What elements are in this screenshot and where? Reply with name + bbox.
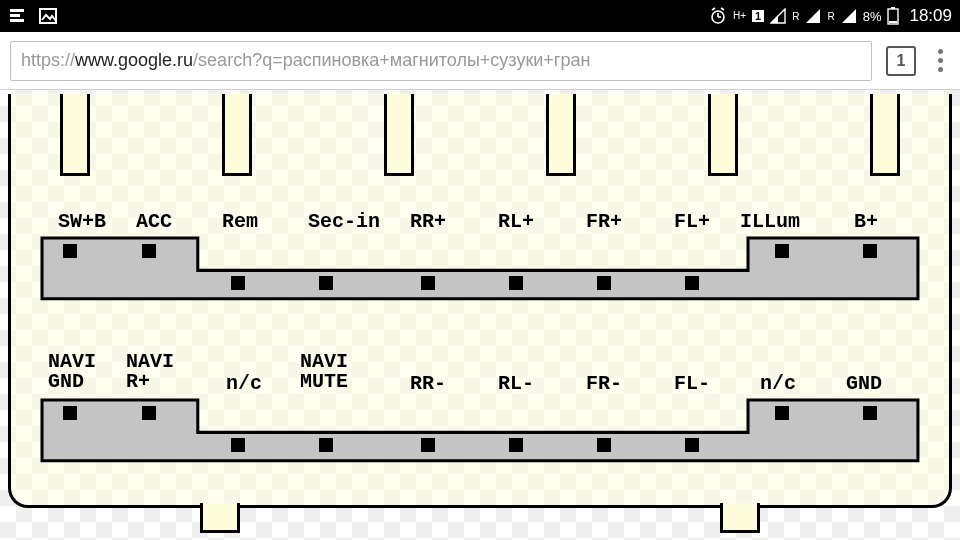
- tab-switcher[interactable]: 1: [886, 46, 916, 76]
- sim2-r: R: [792, 11, 799, 22]
- net-badge: H+: [733, 11, 746, 21]
- pin-contact: [421, 438, 435, 452]
- pin-contact: [863, 244, 877, 258]
- svg-rect-15: [889, 21, 897, 23]
- pin-label: FR-: [586, 374, 622, 394]
- clock: 18:09: [909, 6, 952, 26]
- url-input[interactable]: https://www.google.ru/search?q=распиновк…: [10, 41, 872, 81]
- url-domain: www.google.ru: [75, 50, 193, 71]
- pin-label: NAVI GND: [48, 352, 96, 392]
- pin-label: n/c: [760, 374, 796, 394]
- pin-contact: [775, 244, 789, 258]
- pin-contact: [509, 276, 523, 290]
- sim1-badge: 1: [752, 10, 764, 22]
- url-path: /search?q=распиновка+магнитолы+сузуки+гр…: [193, 50, 590, 71]
- top-key-slots: [60, 94, 900, 178]
- pin-label: FL+: [674, 212, 710, 232]
- tab-count-value: 1: [897, 52, 906, 70]
- pin-contact: [319, 276, 333, 290]
- browser-urlbar: https://www.google.ru/search?q=распиновк…: [0, 32, 960, 90]
- pin-label: n/c: [226, 374, 262, 394]
- pin-contact: [142, 244, 156, 258]
- pin-label: ACC: [136, 212, 172, 232]
- pin-contact: [63, 406, 77, 420]
- pin-label: NAVI MUTE: [300, 352, 348, 392]
- alarm-icon: [709, 7, 727, 25]
- pin-label: GND: [846, 374, 882, 394]
- pin-contact: [863, 406, 877, 420]
- pin-row-top: SW+BACCRemSec-inRR+RL+FR+FL+ILLumB+: [40, 190, 920, 300]
- svg-rect-0: [10, 9, 24, 12]
- pin-label: RL-: [498, 374, 534, 394]
- pin-contact: [231, 438, 245, 452]
- pin-contact: [775, 406, 789, 420]
- android-statusbar: H+ 1 R R 8% 18:09: [0, 0, 960, 32]
- pin-label: Rem: [222, 212, 258, 232]
- svg-rect-14: [891, 7, 895, 9]
- pin-label: FR+: [586, 212, 622, 232]
- pin-label: B+: [854, 212, 878, 232]
- app-icon: [8, 6, 28, 26]
- svg-line-7: [712, 8, 715, 10]
- page-content[interactable]: SW+BACCRemSec-inRR+RL+FR+FL+ILLumB+ NAVI…: [0, 90, 960, 540]
- pin-label: NAVI R+: [126, 352, 174, 392]
- pin-contact: [597, 438, 611, 452]
- pin-label: SW+B: [58, 212, 106, 232]
- pin-label: FL-: [674, 374, 710, 394]
- pin-contact: [685, 276, 699, 290]
- svg-line-8: [721, 8, 724, 10]
- svg-rect-2: [10, 19, 24, 22]
- pin-contact: [685, 438, 699, 452]
- image-icon: [38, 6, 58, 26]
- pin-contact: [231, 276, 245, 290]
- pin-labels-top: SW+BACCRemSec-inRR+RL+FR+FL+ILLumB+: [40, 190, 920, 236]
- battery-pct: 8%: [863, 9, 882, 24]
- url-prefix: https://: [21, 50, 75, 71]
- pin-label: ILLum: [740, 212, 800, 232]
- signal3-icon: [841, 8, 857, 24]
- pin-label: RR+: [410, 212, 446, 232]
- pin-label: RL+: [498, 212, 534, 232]
- svg-marker-11: [806, 9, 820, 23]
- pin-contact: [421, 276, 435, 290]
- pin-contact: [319, 438, 333, 452]
- battery-icon: [887, 7, 899, 25]
- svg-rect-1: [10, 14, 20, 17]
- pin-contact: [509, 438, 523, 452]
- pin-contact: [142, 406, 156, 420]
- signal2-icon: [805, 8, 821, 24]
- pin-label: Sec-in: [308, 212, 380, 232]
- signal1-icon: [770, 8, 786, 24]
- svg-marker-12: [842, 9, 856, 23]
- bottom-key-tabs: [200, 503, 760, 533]
- pin-label: RR-: [410, 374, 446, 394]
- sim3-r: R: [827, 11, 834, 22]
- connector-diagram: SW+BACCRemSec-inRR+RL+FR+FL+ILLumB+ NAVI…: [0, 90, 960, 538]
- pin-row-bottom: NAVI GNDNAVI R+n/cNAVI MUTERR-RL-FR-FL-n…: [40, 352, 920, 462]
- pin-contact: [597, 276, 611, 290]
- pin-contact: [63, 244, 77, 258]
- overflow-menu-icon[interactable]: [930, 49, 950, 72]
- pin-labels-bottom: NAVI GNDNAVI R+n/cNAVI MUTERR-RL-FR-FL-n…: [40, 352, 920, 398]
